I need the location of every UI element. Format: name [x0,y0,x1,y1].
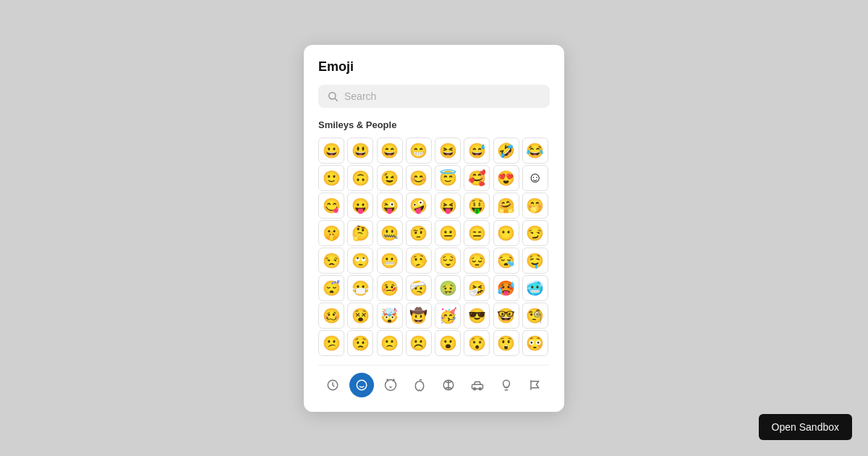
emoji-cell[interactable]: 😍 [493,165,519,191]
category-food-button[interactable] [407,373,432,397]
emoji-cell[interactable]: 😀 [318,138,344,164]
emoji-cell[interactable]: 🤗 [493,193,519,219]
emoji-cell[interactable]: 🥴 [318,303,344,329]
emoji-cell[interactable]: 😐 [435,220,461,246]
emoji-cell[interactable]: 😇 [435,165,461,191]
category-smileys-button[interactable] [349,373,374,397]
emoji-cell[interactable]: 😒 [318,248,344,274]
search-icon [327,90,339,102]
emoji-cell[interactable]: 🤥 [406,248,432,274]
emoji-cell[interactable]: 🤐 [377,220,403,246]
emoji-cell[interactable]: 🤨 [406,220,432,246]
emoji-cell[interactable]: 🤑 [464,193,490,219]
emoji-cell[interactable]: 😎 [464,303,490,329]
emoji-picker-title: Emoji [318,59,550,75]
emoji-cell[interactable]: 🤪 [406,193,432,219]
emoji-cell[interactable]: 😊 [406,165,432,191]
emoji-cell[interactable]: 😃 [347,138,373,164]
emoji-cell[interactable]: 😶 [493,220,519,246]
category-animals-button[interactable] [378,373,403,397]
open-sandbox-button[interactable]: Open Sandbox [759,414,852,440]
emoji-cell[interactable]: 😆 [435,138,461,164]
svg-point-0 [329,92,336,98]
emoji-cell[interactable]: 😷 [347,275,373,301]
emoji-cell[interactable]: 🤕 [406,275,432,301]
emoji-cell[interactable]: ☹️ [406,330,432,356]
category-flags-button[interactable] [523,373,548,397]
emoji-cell[interactable]: 😏 [522,220,548,246]
emoji-cell[interactable]: 😳 [522,330,548,356]
emoji-cell[interactable]: 🤢 [435,275,461,301]
emoji-cell[interactable]: 🤯 [377,303,403,329]
emoji-cell[interactable]: 🙃 [347,165,373,191]
emoji-cell[interactable]: 😟 [347,330,373,356]
emoji-cell[interactable]: 🤒 [377,275,403,301]
emoji-cell[interactable]: 🤔 [347,220,373,246]
svg-line-1 [335,98,338,101]
emoji-cell[interactable]: 😬 [377,248,403,274]
emoji-cell[interactable]: 😌 [435,248,461,274]
emoji-cell[interactable]: 😂 [522,138,548,164]
search-bar [318,85,550,108]
category-objects-button[interactable] [494,373,519,397]
category-recent-button[interactable] [320,373,345,397]
search-input[interactable] [344,90,541,102]
svg-point-3 [357,380,367,390]
category-bar [318,365,550,397]
emoji-cell[interactable]: 🤠 [406,303,432,329]
emoji-cell[interactable]: 🥵 [493,275,519,301]
category-activities-button[interactable] [436,373,461,397]
emoji-cell[interactable]: 😁 [406,138,432,164]
emoji-cell[interactable]: 🤣 [493,138,519,164]
emoji-cell[interactable]: 😯 [464,330,490,356]
emoji-cell[interactable]: 😪 [493,248,519,274]
emoji-cell[interactable]: 😑 [464,220,490,246]
emoji-cell[interactable]: 😴 [318,275,344,301]
emoji-cell[interactable]: 😋 [318,193,344,219]
emoji-cell[interactable]: 🤭 [522,193,548,219]
emoji-cell[interactable]: 😔 [464,248,490,274]
emoji-cell[interactable]: ☺️ [522,165,548,191]
emoji-picker: Emoji Smileys & People 😀😃😄😁😆😅🤣😂🙂🙃😉😊😇🥰😍☺️… [304,45,564,412]
emoji-cell[interactable]: 🥶 [522,275,548,301]
emoji-cell[interactable]: 😄 [377,138,403,164]
emoji-cell[interactable]: 🤓 [493,303,519,329]
emoji-cell[interactable]: 😛 [347,193,373,219]
emoji-grid: 😀😃😄😁😆😅🤣😂🙂🙃😉😊😇🥰😍☺️😋😛😜🤪😝🤑🤗🤭🤫🤔🤐🤨😐😑😶😏😒🙄😬🤥😌😔😪… [318,138,550,356]
emoji-cell[interactable]: 😲 [493,330,519,356]
emoji-cell[interactable]: 😜 [377,193,403,219]
emoji-cell[interactable]: 😵 [347,303,373,329]
emoji-cell[interactable]: 🤧 [464,275,490,301]
emoji-cell[interactable]: 🙂 [318,165,344,191]
category-travel-button[interactable] [465,373,490,397]
category-label: Smileys & People [318,119,550,130]
emoji-cell[interactable]: 😝 [435,193,461,219]
emoji-cell[interactable]: 🥳 [435,303,461,329]
emoji-cell[interactable]: 😮 [435,330,461,356]
emoji-cell[interactable]: 🧐 [522,303,548,329]
emoji-cell[interactable]: 😅 [464,138,490,164]
emoji-cell[interactable]: 🥰 [464,165,490,191]
emoji-cell[interactable]: 😕 [318,330,344,356]
emoji-cell[interactable]: 🤫 [318,220,344,246]
emoji-cell[interactable]: 🙄 [347,248,373,274]
emoji-cell[interactable]: 😉 [377,165,403,191]
emoji-cell[interactable]: 🤤 [522,248,548,274]
emoji-cell[interactable]: 🙁 [377,330,403,356]
